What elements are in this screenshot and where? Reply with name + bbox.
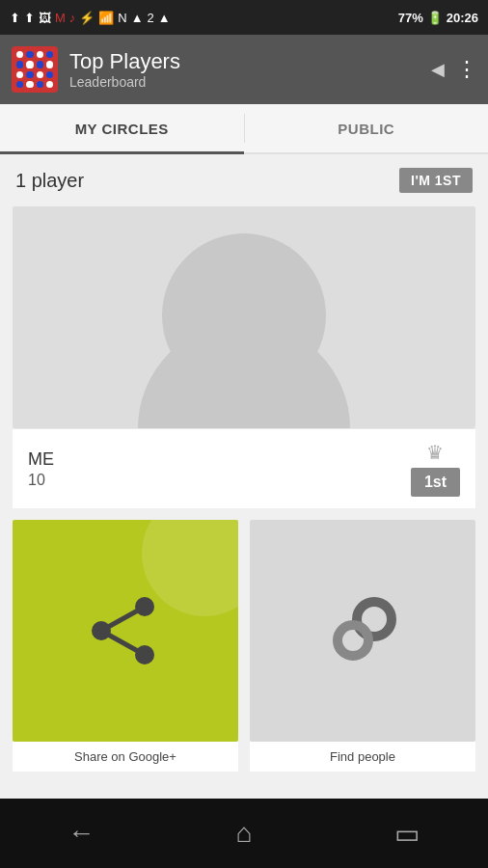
- number-icon: 2: [148, 11, 154, 25]
- find-people-icon: [324, 592, 401, 669]
- home-button[interactable]: ⌂: [215, 804, 273, 862]
- player-name: ME: [28, 449, 54, 470]
- status-right-area: 77% 🔋 20:26: [398, 11, 478, 25]
- dot: [46, 61, 53, 68]
- recents-icon: ▭: [394, 818, 420, 850]
- back-button[interactable]: ←: [52, 804, 110, 862]
- rank-badge: 1st: [411, 468, 460, 497]
- svg-line-4: [101, 631, 145, 655]
- dot: [26, 61, 33, 68]
- dot: [26, 51, 33, 58]
- player-count-row: 1 player I'M 1ST: [0, 154, 488, 206]
- nav-bar: ← ⌂ ▭: [0, 799, 488, 868]
- usb-icon: ⬆: [10, 11, 20, 25]
- status-icons: ⬆ ⬆ 🖼 M ♪ ⚡ 📶 N ▲ 2 ▲: [10, 11, 171, 25]
- tab-my-circles[interactable]: MY CIRCLES: [0, 104, 244, 152]
- tab-public[interactable]: PUBLIC: [245, 104, 489, 152]
- toolbar: Top Players Leaderboard ◀ ⋮: [0, 35, 488, 104]
- page-subtitle: Leaderboard: [69, 74, 420, 90]
- toolbar-title-area: Top Players Leaderboard: [69, 49, 420, 90]
- battery-icon: 🔋: [427, 11, 443, 25]
- image-icon: 🖼: [39, 11, 51, 25]
- gmail-icon: M: [55, 11, 66, 25]
- nfc-icon: N: [118, 11, 126, 25]
- find-card-label: Find people: [250, 742, 475, 772]
- player-score: 10: [28, 472, 54, 489]
- content-area: 1 player I'M 1ST ME 10 ♛ 1st: [0, 154, 488, 772]
- crown-rank-area: ♛ 1st: [411, 441, 460, 497]
- tab-bar: MY CIRCLES PUBLIC: [0, 104, 488, 154]
- dot: [16, 71, 23, 78]
- dot: [37, 61, 43, 68]
- svg-line-3: [101, 607, 145, 631]
- home-icon: ⌂: [236, 818, 253, 849]
- bottom-cards: [13, 520, 475, 742]
- signal-icon: ▲: [131, 11, 144, 25]
- signal-indicator: ◀: [431, 59, 445, 80]
- more-options-button[interactable]: ⋮: [456, 57, 476, 82]
- dot: [16, 51, 23, 58]
- dot: [37, 51, 43, 58]
- player-count-text: 1 player: [15, 170, 84, 192]
- app-icon: [12, 46, 58, 93]
- upload-icon: ⬆: [24, 11, 35, 25]
- crown-icon: ♛: [426, 441, 444, 464]
- dot: [26, 81, 33, 88]
- page-title: Top Players: [69, 49, 420, 74]
- player-name-score: ME 10: [28, 449, 54, 489]
- share-icon: [87, 592, 164, 669]
- player-info-row: ME 10 ♛ 1st: [13, 428, 475, 508]
- dot: [37, 81, 43, 88]
- bluetooth-icon: ⚡: [79, 11, 95, 25]
- back-icon: ←: [68, 818, 95, 849]
- card-label-row: Share on Google+ Find people: [13, 742, 475, 772]
- recents-button[interactable]: ▭: [378, 804, 436, 862]
- dot: [26, 71, 33, 78]
- status-bar: ⬆ ⬆ 🖼 M ♪ ⚡ 📶 N ▲ 2 ▲ 77% 🔋 20:26: [0, 0, 488, 35]
- dot: [46, 81, 53, 88]
- avatar-card: [13, 206, 475, 428]
- battery-percent: 77%: [398, 11, 423, 25]
- svg-point-6: [338, 625, 368, 656]
- im-1st-badge: I'M 1ST: [399, 168, 473, 193]
- dot: [46, 51, 53, 58]
- dot: [16, 81, 23, 88]
- dot: [37, 71, 43, 78]
- dot: [46, 71, 53, 78]
- time-display: 20:26: [447, 11, 478, 25]
- music-icon: ♪: [69, 11, 76, 25]
- dot: [16, 61, 23, 68]
- share-card[interactable]: [13, 520, 238, 742]
- signal2-icon: ▲: [158, 11, 171, 25]
- find-people-card[interactable]: [250, 520, 475, 742]
- share-card-label: Share on Google+: [13, 742, 238, 772]
- wifi-icon: 📶: [98, 11, 114, 25]
